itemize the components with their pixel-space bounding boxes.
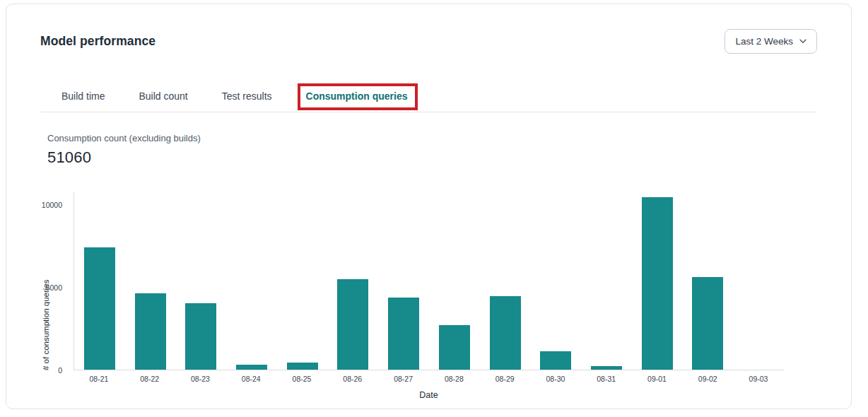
y-tick-column: 0500010000 [40, 192, 68, 370]
x-tick-label: 08-21 [74, 375, 124, 383]
bar-08-29[interactable] [490, 296, 521, 370]
x-tick-label: 09-01 [632, 375, 683, 383]
model-performance-card: Model performance Last 2 Weeks Build tim… [6, 4, 852, 409]
bar-column-08-28 [429, 192, 480, 370]
bar-09-02[interactable] [692, 277, 723, 370]
x-tick-label: 08-27 [378, 375, 429, 383]
plot-area [74, 192, 784, 370]
x-tick-label: 09-03 [733, 375, 784, 383]
date-range-dropdown[interactable]: Last 2 Weeks [725, 29, 817, 54]
metric-label: Consumption count (excluding builds) [47, 133, 817, 143]
bar-08-22[interactable] [135, 293, 166, 370]
bar-08-30[interactable] [540, 351, 571, 370]
x-tick-label: 08-28 [428, 375, 479, 383]
bar-column-08-30 [530, 192, 581, 370]
bar-08-25[interactable] [287, 363, 318, 370]
x-tick-label: 08-30 [530, 375, 581, 383]
bar-column-08-25 [277, 192, 328, 370]
chevron-down-icon [799, 39, 807, 44]
metric-value: 51060 [47, 148, 817, 167]
bar-column-09-01 [632, 192, 683, 370]
bar-column-08-27 [378, 192, 429, 370]
bar-08-21[interactable] [84, 247, 115, 370]
bar-08-23[interactable] [185, 303, 216, 370]
y-tick-label: 10000 [42, 201, 68, 209]
bar-08-28[interactable] [439, 325, 470, 370]
bar-column-08-22 [125, 192, 176, 370]
tab-consumption-queries-label: Consumption queries [306, 90, 408, 102]
bar-column-08-26 [328, 192, 379, 370]
x-tick-label: 08-23 [175, 375, 226, 383]
consumption-bar-chart: # of consumption queries 0500010000 08-2… [40, 188, 817, 407]
x-tick-label: 08-29 [479, 375, 530, 383]
bar-column-08-24 [226, 192, 277, 370]
bar-08-27[interactable] [388, 298, 419, 370]
tab-test-results[interactable]: Test results [222, 90, 272, 112]
x-tick-row: 08-2108-2208-2308-2408-2508-2608-2708-28… [74, 375, 784, 383]
bar-column-08-31 [581, 192, 632, 370]
tab-consumption-queries[interactable]: Consumption queries [306, 90, 408, 112]
x-axis-label: Date [74, 390, 784, 400]
x-tick-label: 08-31 [581, 375, 632, 383]
bar-column-08-29 [480, 192, 531, 370]
bar-column-08-21 [74, 192, 125, 370]
x-tick-label: 08-22 [124, 375, 175, 383]
bar-column-09-03 [733, 192, 784, 370]
bar-09-01[interactable] [642, 197, 673, 370]
bar-08-31[interactable] [591, 366, 622, 370]
tab-build-count[interactable]: Build count [139, 90, 187, 112]
bar-08-24[interactable] [236, 365, 267, 370]
y-tick-label: 0 [58, 366, 68, 375]
tab-build-time[interactable]: Build time [61, 90, 105, 112]
x-tick-label: 08-25 [276, 375, 327, 383]
bar-column-09-02 [683, 192, 734, 370]
x-tick-label: 08-26 [327, 375, 378, 383]
tab-bar: Build time Build count Test results Cons… [40, 90, 817, 112]
x-tick-label: 08-24 [225, 375, 276, 383]
page-title: Model performance [40, 34, 156, 49]
bar-08-26[interactable] [337, 279, 368, 370]
bar-column-08-23 [175, 192, 226, 370]
metric-block: Consumption count (excluding builds) 510… [40, 133, 817, 167]
y-tick-label: 5000 [46, 283, 68, 292]
date-range-value: Last 2 Weeks [735, 36, 793, 47]
x-tick-label: 09-02 [682, 375, 733, 383]
card-header: Model performance Last 2 Weeks [40, 27, 817, 55]
